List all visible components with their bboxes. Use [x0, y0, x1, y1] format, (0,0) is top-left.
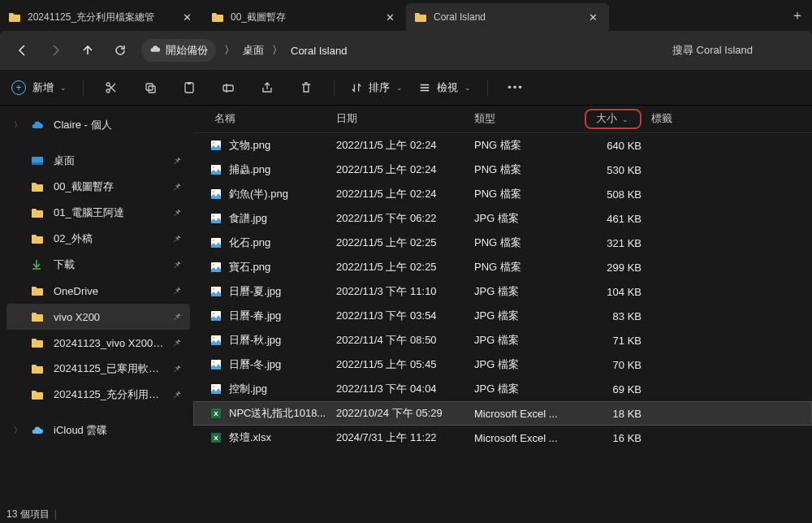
sidebar-item[interactable]: vivo X200📌︎ — [6, 304, 190, 330]
chevron-right-icon: 〉 — [13, 119, 23, 131]
breadcrumb[interactable]: 開始備份 〉 桌面 〉 Coral Island — [138, 37, 663, 63]
svg-point-22 — [213, 288, 215, 291]
column-header-tags[interactable]: 標籤 — [646, 112, 693, 126]
sidebar-item[interactable]: 桌面📌︎ — [6, 148, 190, 174]
file-name: 日曆-春.jpg — [229, 309, 331, 323]
view-button[interactable]: 檢視 ⌄ — [419, 80, 471, 95]
back-button[interactable] — [8, 36, 37, 65]
sort-icon — [351, 82, 362, 93]
sidebar-item[interactable]: 20241125_已寒用軟體清單📌︎ — [6, 356, 190, 382]
column-header-type[interactable]: 類型 — [469, 112, 575, 126]
folder-icon — [8, 12, 21, 23]
copy-button[interactable] — [139, 76, 162, 99]
file-type-icon — [209, 139, 222, 152]
folder-icon — [31, 310, 45, 323]
file-row[interactable]: X祭壇.xlsx2024/7/31 上午 11:22Microsoft Exce… — [193, 426, 812, 450]
file-size: 299 KB — [575, 262, 646, 274]
svg-point-12 — [213, 166, 215, 169]
nav-icloud[interactable]: 〉 iCloud 雲碟 — [6, 417, 190, 443]
more-button[interactable]: ••• — [504, 76, 527, 99]
sidebar-item[interactable]: 20241125_充分利用檔案總管📌︎ — [6, 382, 190, 408]
cut-button[interactable] — [100, 76, 123, 99]
file-row[interactable]: XNPC送礼指北1018...2022/10/24 下午 05:29Micros… — [193, 401, 812, 426]
file-type-icon — [209, 358, 222, 371]
pin-icon: 📌︎ — [172, 233, 184, 244]
file-row[interactable]: 寶石.png2022/11/5 上午 02:25PNG 檔案299 KB — [193, 255, 812, 279]
sidebar-item-label: vivo X200 — [54, 311, 164, 323]
file-name: 寶石.png — [229, 260, 331, 274]
new-button[interactable]: + 新增 ⌄ — [11, 76, 67, 100]
file-size: 69 KB — [575, 383, 646, 395]
folder-icon — [31, 284, 45, 297]
crumb-current[interactable]: Coral Island — [291, 45, 347, 57]
file-type: PNG 檔案 — [469, 187, 575, 201]
folder-icon — [31, 206, 45, 219]
pin-icon: 📌︎ — [172, 311, 184, 322]
file-row[interactable]: 釣魚(半).png2022/11/5 上午 02:24PNG 檔案508 KB — [193, 182, 812, 206]
sort-button[interactable]: 排序 ⌄ — [351, 80, 403, 95]
new-tab-button[interactable]: ＋ — [783, 7, 812, 24]
file-date: 2022/11/5 上午 02:25 — [331, 236, 469, 250]
backup-pill[interactable]: 開始備份 — [141, 39, 216, 62]
folder-icon — [211, 12, 224, 23]
column-headers: 名稱 日期 類型 大小 ⌄ 標籤 — [193, 106, 812, 133]
paste-button[interactable] — [178, 76, 201, 99]
file-type: JPG 檔案 — [469, 309, 575, 323]
sidebar-item[interactable]: 20241123_vivo X200 Pro📌︎ — [6, 330, 190, 356]
svg-point-26 — [213, 337, 215, 339]
desktop-icon — [31, 154, 45, 167]
pin-icon: 📌︎ — [172, 207, 184, 218]
nav-onedrive-personal[interactable]: 〉 Claire - 個人 — [6, 112, 190, 138]
file-row[interactable]: 化石.png2022/11/5 上午 02:25PNG 檔案321 KB — [193, 231, 812, 255]
folder-icon — [414, 12, 427, 23]
file-row[interactable]: 日曆-冬.jpg2022/11/5 上午 05:45JPG 檔案70 KB — [193, 352, 812, 377]
file-row[interactable]: 捕蟲.png2022/11/5 上午 02:24PNG 檔案530 KB — [193, 158, 812, 182]
file-date: 2022/11/3 下午 03:54 — [331, 309, 469, 323]
refresh-button[interactable] — [106, 36, 135, 65]
close-icon[interactable]: ✕ — [179, 11, 195, 24]
file-name: 食譜.jpg — [229, 211, 331, 226]
file-type-icon: X — [209, 407, 222, 420]
sidebar-item[interactable]: 01_電腦王阿達📌︎ — [6, 200, 190, 226]
close-icon[interactable]: ✕ — [382, 11, 398, 24]
folder-icon — [31, 388, 45, 401]
sidebar-item[interactable]: 00_截圖暫存📌︎ — [6, 174, 190, 200]
sidebar-item[interactable]: 下載📌︎ — [6, 252, 190, 278]
search-input[interactable]: 搜尋 Coral Island — [666, 43, 804, 58]
tab[interactable]: 00_截圖暫存✕ — [203, 3, 406, 31]
svg-point-1 — [106, 89, 110, 93]
file-row[interactable]: 控制.jpg2022/11/3 下午 04:04JPG 檔案69 KB — [193, 377, 812, 401]
tab[interactable]: Coral Island✕ — [406, 3, 609, 31]
sidebar-item[interactable]: OneDrive📌︎ — [6, 278, 190, 304]
file-size: 70 KB — [575, 359, 646, 371]
file-row[interactable]: 食譜.jpg2022/11/5 下午 06:22JPG 檔案461 KB — [193, 206, 812, 231]
svg-rect-5 — [188, 82, 191, 84]
file-type-icon — [209, 236, 222, 249]
column-header-name[interactable]: 名稱 — [209, 112, 331, 126]
file-size: 18 KB — [575, 408, 646, 420]
up-button[interactable] — [73, 36, 102, 65]
sidebar-item[interactable]: 02_外稿📌︎ — [6, 226, 190, 252]
icloud-icon — [31, 424, 45, 437]
tab[interactable]: 20241125_充分利用檔案總管✕ — [0, 3, 203, 31]
column-header-date[interactable]: 日期 — [331, 112, 469, 126]
close-icon[interactable]: ✕ — [585, 11, 601, 24]
file-type-icon — [209, 334, 222, 347]
svg-text:X: X — [214, 410, 218, 417]
forward-button[interactable] — [41, 36, 70, 65]
svg-rect-2 — [146, 84, 153, 90]
file-date: 2022/11/5 上午 02:24 — [331, 138, 469, 153]
rename-button[interactable] — [217, 76, 240, 99]
file-row[interactable]: 文物.png2022/11/5 上午 02:24PNG 檔案640 KB — [193, 133, 812, 158]
file-row[interactable]: 日曆-秋.jpg2022/11/4 下午 08:50JPG 檔案71 KB — [193, 328, 812, 352]
file-name: 控制.jpg — [229, 382, 331, 396]
svg-point-0 — [106, 83, 110, 86]
navigation-pane[interactable]: 〉 Claire - 個人 桌面📌︎00_截圖暫存📌︎01_電腦王阿達📌︎02_… — [0, 106, 193, 505]
share-button[interactable] — [256, 76, 279, 99]
file-row[interactable]: 日曆-夏.jpg2022/11/3 下午 11:10JPG 檔案104 KB — [193, 279, 812, 304]
column-header-size[interactable]: 大小 ⌄ — [575, 109, 646, 129]
crumb-desktop[interactable]: 桌面 — [243, 43, 264, 58]
folder-icon — [31, 362, 45, 375]
delete-button[interactable] — [295, 76, 317, 99]
file-row[interactable]: 日曆-春.jpg2022/11/3 下午 03:54JPG 檔案83 KB — [193, 304, 812, 328]
